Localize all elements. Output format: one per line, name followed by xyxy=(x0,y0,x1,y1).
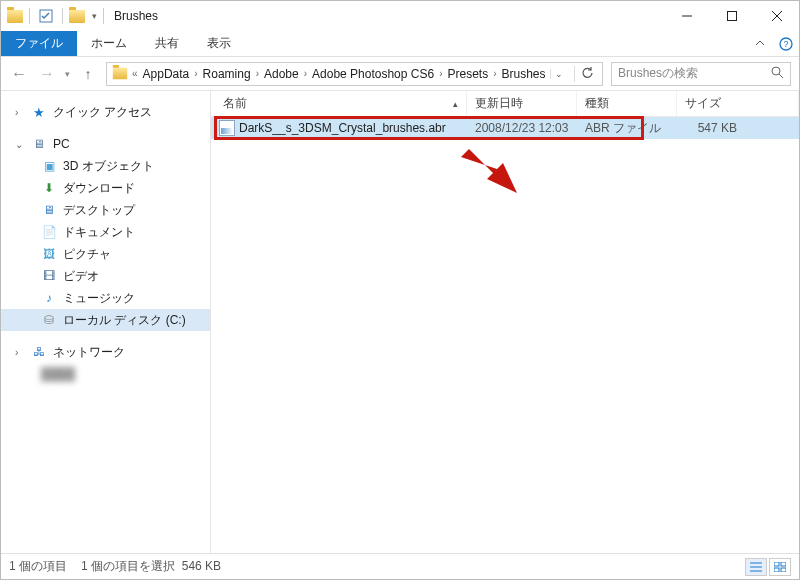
sidebar-label: ビデオ xyxy=(63,268,99,285)
file-type: ABR ファイル xyxy=(577,120,677,137)
3d-objects-icon: ▣ xyxy=(41,159,57,173)
close-button[interactable] xyxy=(754,1,799,31)
breadcrumb-item[interactable]: Adobe Photoshop CS6 xyxy=(308,67,438,81)
sidebar-label: クイック アクセス xyxy=(53,104,152,121)
history-dropdown[interactable]: ▾ xyxy=(65,69,70,79)
abr-file-icon xyxy=(219,120,235,136)
sidebar-item-pictures[interactable]: 🖼ピクチャ xyxy=(1,243,210,265)
status-item-count: 1 個の項目 xyxy=(9,558,67,575)
quick-access-toolbar: ▾ xyxy=(7,6,106,26)
file-size: 547 KB xyxy=(677,121,745,135)
pictures-icon: 🖼 xyxy=(41,247,57,261)
sidebar-label: ドキュメント xyxy=(63,224,135,241)
breadcrumb-item[interactable]: Roaming xyxy=(199,67,255,81)
sidebar-item-desktop[interactable]: 🖥デスクトップ xyxy=(1,199,210,221)
status-bar: 1 個の項目 1 個の項目を選択 546 KB xyxy=(1,553,799,579)
svg-text:?: ? xyxy=(783,39,788,49)
svg-point-7 xyxy=(772,67,780,75)
svg-rect-2 xyxy=(727,12,736,21)
navigation-pane: › ★ クイック アクセス ⌄ 🖥 PC ▣3D オブジェクト ⬇ダウンロード … xyxy=(1,91,211,553)
expand-icon[interactable]: › xyxy=(15,347,25,358)
svg-rect-16 xyxy=(781,568,786,572)
refresh-button[interactable] xyxy=(574,66,600,82)
qat-properties-button[interactable] xyxy=(36,6,56,26)
breadcrumb-item[interactable]: Adobe xyxy=(260,67,303,81)
sidebar-label: ミュージック xyxy=(63,290,135,307)
breadcrumb-item[interactable]: Brushes xyxy=(498,67,550,81)
tab-view[interactable]: 表示 xyxy=(193,31,245,56)
sidebar-label: ピクチャ xyxy=(63,246,111,263)
sidebar-item-3d-objects[interactable]: ▣3D オブジェクト xyxy=(1,155,210,177)
forward-button[interactable]: → xyxy=(37,65,57,83)
svg-rect-15 xyxy=(774,568,779,572)
sidebar-item-music[interactable]: ♪ミュージック xyxy=(1,287,210,309)
minimize-button[interactable] xyxy=(664,1,709,31)
file-tab[interactable]: ファイル xyxy=(1,31,77,56)
sidebar-item-documents[interactable]: 📄ドキュメント xyxy=(1,221,210,243)
file-row[interactable]: DarkS__s_3DSM_Crystal_brushes.abr 2008/1… xyxy=(211,117,799,139)
maximize-button[interactable] xyxy=(709,1,754,31)
sidebar-item-local-disk[interactable]: ⛁ローカル ディスク (C:) xyxy=(1,309,210,331)
tab-home[interactable]: ホーム xyxy=(77,31,141,56)
column-header-date[interactable]: 更新日時 xyxy=(467,91,577,116)
collapse-icon[interactable]: ⌄ xyxy=(15,139,25,150)
breadcrumb-item[interactable]: AppData xyxy=(139,67,194,81)
download-icon: ⬇ xyxy=(41,181,57,195)
music-icon: ♪ xyxy=(41,291,57,305)
search-input[interactable]: Brushesの検索 xyxy=(611,62,791,86)
desktop-icon: 🖥 xyxy=(41,203,57,217)
ribbon-collapse-button[interactable] xyxy=(747,31,773,56)
file-list[interactable]: DarkS__s_3DSM_Crystal_brushes.abr 2008/1… xyxy=(211,117,799,553)
sidebar-label: デスクトップ xyxy=(63,202,135,219)
star-icon: ★ xyxy=(31,105,47,120)
pc-icon: 🖥 xyxy=(31,137,47,151)
column-header-size[interactable]: サイズ xyxy=(677,91,799,116)
sidebar-label: PC xyxy=(53,137,70,151)
qat-dropdown-icon[interactable]: ▾ xyxy=(92,11,97,21)
tab-share[interactable]: 共有 xyxy=(141,31,193,56)
content-pane: 名前 ▴ 更新日時 種類 サイズ DarkS__s_3DSM_Crystal_b… xyxy=(211,91,799,553)
sidebar-pc[interactable]: ⌄ 🖥 PC xyxy=(1,133,210,155)
column-header-name[interactable]: 名前 ▴ xyxy=(215,91,467,116)
expand-icon[interactable]: › xyxy=(15,107,25,118)
file-name: DarkS__s_3DSM_Crystal_brushes.abr xyxy=(239,121,446,135)
sidebar-label: ネットワーク xyxy=(53,344,125,361)
column-header-type[interactable]: 種類 xyxy=(577,91,677,116)
svg-rect-14 xyxy=(781,562,786,566)
details-view-button[interactable] xyxy=(745,558,767,576)
sidebar-label: ダウンロード xyxy=(63,180,135,197)
svg-rect-13 xyxy=(774,562,779,566)
breadcrumb-prefix: « xyxy=(131,68,139,79)
back-button[interactable]: ← xyxy=(9,65,29,83)
search-placeholder: Brushesの検索 xyxy=(618,65,698,82)
icons-view-button[interactable] xyxy=(769,558,791,576)
folder-icon xyxy=(7,10,23,23)
sidebar-item-videos[interactable]: 🎞ビデオ xyxy=(1,265,210,287)
svg-marker-9 xyxy=(461,149,517,193)
main-area: › ★ クイック アクセス ⌄ 🖥 PC ▣3D オブジェクト ⬇ダウンロード … xyxy=(1,91,799,553)
folder-icon xyxy=(113,68,127,80)
navigation-bar: ← → ▾ ↑ « AppData› Roaming› Adobe› Adobe… xyxy=(1,57,799,91)
svg-line-8 xyxy=(779,74,783,78)
breadcrumb-item[interactable]: Presets xyxy=(443,67,492,81)
videos-icon: 🎞 xyxy=(41,269,57,283)
window-buttons xyxy=(664,1,799,31)
folder-icon xyxy=(69,10,85,23)
ribbon-tabs: ファイル ホーム 共有 表示 ? xyxy=(1,31,799,57)
view-switcher xyxy=(745,558,791,576)
search-icon xyxy=(771,66,784,82)
sidebar-item-downloads[interactable]: ⬇ダウンロード xyxy=(1,177,210,199)
sidebar-item-blurred: ████ xyxy=(1,363,210,385)
help-button[interactable]: ? xyxy=(773,31,799,56)
sidebar-network[interactable]: › 🖧 ネットワーク xyxy=(1,341,210,363)
file-date: 2008/12/23 12:03 xyxy=(467,121,577,135)
address-bar[interactable]: « AppData› Roaming› Adobe› Adobe Photosh… xyxy=(106,62,603,86)
sidebar-quick-access[interactable]: › ★ クイック アクセス xyxy=(1,101,210,123)
up-button[interactable]: ↑ xyxy=(78,66,98,82)
window-title: Brushes xyxy=(114,9,158,23)
address-dropdown[interactable]: ⌄ xyxy=(550,69,567,79)
title-bar: ▾ Brushes xyxy=(1,1,799,31)
status-selection: 1 個の項目を選択 546 KB xyxy=(81,558,221,575)
column-headers: 名前 ▴ 更新日時 種類 サイズ xyxy=(211,91,799,117)
annotation-arrow-icon xyxy=(461,149,517,193)
